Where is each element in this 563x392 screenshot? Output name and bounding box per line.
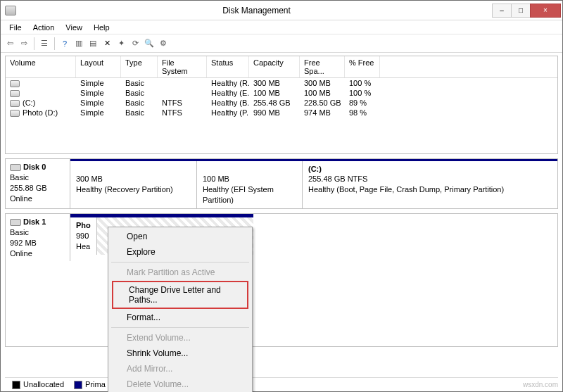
delete-icon[interactable]: ✕ bbox=[101, 37, 113, 50]
list-icon[interactable]: ▤ bbox=[87, 37, 99, 50]
swatch-unallocated bbox=[12, 381, 20, 389]
disk-1-row[interactable]: Disk 1 Basic 992 MB Online Pho990Hea bbox=[5, 213, 558, 347]
window-title: Disk Management bbox=[20, 6, 493, 15]
disk-0-label: Disk 0 Basic 255.88 GB Online bbox=[6, 159, 70, 208]
volume-icon bbox=[10, 110, 20, 117]
cm-delete-volume: Delete Volume... bbox=[110, 377, 251, 392]
volume-icon bbox=[10, 90, 20, 97]
panel-icon[interactable]: ▥ bbox=[72, 37, 85, 50]
col-capacity[interactable]: Capacity bbox=[249, 56, 300, 77]
close-button[interactable]: × bbox=[530, 4, 561, 18]
menu-action[interactable]: Action bbox=[27, 22, 61, 33]
volume-row[interactable]: (C:)SimpleBasicNTFSHealthy (B...255.48 G… bbox=[6, 98, 557, 108]
legend: Unallocated Prima bbox=[5, 377, 558, 391]
disk-1-label: Disk 1 Basic 992 MB Online bbox=[6, 214, 70, 261]
col-type[interactable]: Type bbox=[121, 56, 158, 77]
cm-add-mirror: Add Mirror... bbox=[110, 361, 251, 377]
toolbar: ⇦ ⇨ ☰ ? ▥ ▤ ✕ ✦ ⟳ 🔍 ⚙ bbox=[1, 34, 562, 53]
disk-graphical-view: Disk 0 Basic 255.88 GB Online 300 MBHeal… bbox=[5, 158, 558, 391]
cm-open[interactable]: Open bbox=[110, 229, 251, 244]
menu-bar: File Action View Help bbox=[1, 20, 562, 34]
cm-change-drive-letter[interactable]: Change Drive Letter and Paths... bbox=[113, 282, 247, 308]
volume-icon bbox=[10, 100, 20, 107]
title-bar[interactable]: Disk Management – □ × bbox=[1, 1, 562, 20]
minimize-button[interactable]: – bbox=[492, 4, 512, 18]
partition-efi[interactable]: 100 MBHealthy (EFI System Partition) bbox=[197, 161, 303, 208]
swatch-primary bbox=[74, 381, 82, 389]
volume-header: Volume Layout Type File System Status Ca… bbox=[6, 56, 557, 78]
partition-photo[interactable]: Pho990Hea bbox=[70, 217, 97, 255]
col-volume[interactable]: Volume bbox=[6, 56, 76, 77]
context-menu: Open Explore Mark Partition as Active Ch… bbox=[108, 227, 253, 392]
volume-row[interactable]: SimpleBasicHealthy (E...100 MB100 MB100 … bbox=[6, 88, 557, 98]
col-status[interactable]: Status bbox=[207, 56, 249, 77]
views-icon[interactable]: ☰ bbox=[38, 37, 51, 50]
disk-icon bbox=[10, 164, 21, 171]
cm-extend-volume: Extend Volume... bbox=[110, 330, 251, 346]
app-icon bbox=[5, 6, 16, 15]
partition-c[interactable]: (C:)255.48 GB NTFSHealthy (Boot, Page Fi… bbox=[303, 161, 557, 208]
volume-icon bbox=[10, 80, 20, 87]
back-icon[interactable]: ⇦ bbox=[4, 37, 16, 50]
menu-view[interactable]: View bbox=[60, 22, 88, 33]
cm-mark-active: Mark Partition as Active bbox=[110, 265, 251, 280]
refresh-icon[interactable]: ⟳ bbox=[129, 37, 141, 50]
col-layout[interactable]: Layout bbox=[76, 56, 121, 77]
disk-0-row[interactable]: Disk 0 Basic 255.88 GB Online 300 MBHeal… bbox=[5, 158, 558, 209]
volume-row[interactable]: SimpleBasicHealthy (R...300 MB300 MB100 … bbox=[6, 78, 557, 88]
cm-shrink-volume[interactable]: Shrink Volume... bbox=[110, 346, 251, 361]
partition-recovery[interactable]: 300 MBHealthy (Recovery Partition) bbox=[70, 161, 197, 208]
maximize-button[interactable]: □ bbox=[511, 4, 531, 18]
col-pctfree[interactable]: % Free bbox=[345, 56, 380, 77]
help-icon[interactable]: ? bbox=[58, 37, 71, 50]
cm-explore[interactable]: Explore bbox=[110, 244, 251, 260]
cm-format[interactable]: Format... bbox=[110, 310, 251, 325]
menu-file[interactable]: File bbox=[4, 22, 27, 33]
search-icon[interactable]: 🔍 bbox=[143, 37, 156, 50]
volume-list[interactable]: Volume Layout Type File System Status Ca… bbox=[5, 56, 558, 154]
watermark: wsxdn.com bbox=[523, 381, 558, 388]
properties-icon[interactable]: ✦ bbox=[115, 37, 127, 50]
menu-help[interactable]: Help bbox=[88, 22, 115, 33]
disk-icon bbox=[10, 219, 21, 226]
col-filesystem[interactable]: File System bbox=[158, 56, 207, 77]
settings-icon[interactable]: ⚙ bbox=[157, 37, 170, 50]
volume-row[interactable]: Photo (D:)SimpleBasicNTFSHealthy (P...99… bbox=[6, 108, 557, 118]
forward-icon[interactable]: ⇨ bbox=[18, 37, 30, 50]
disk-management-window: Disk Management – □ × File Action View H… bbox=[0, 0, 563, 392]
col-freespace[interactable]: Free Spa... bbox=[300, 56, 345, 77]
